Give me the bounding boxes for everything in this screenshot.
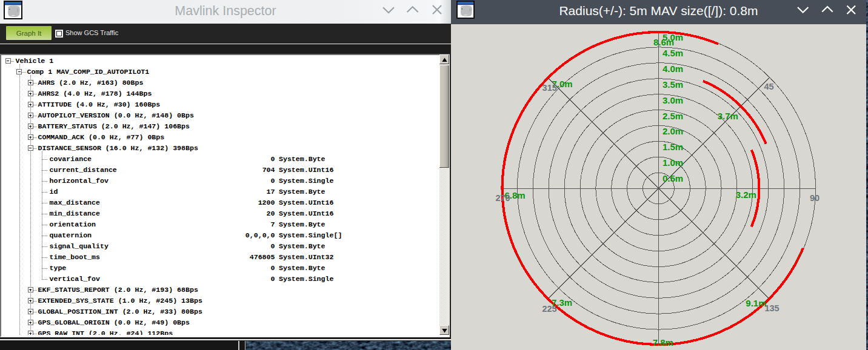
svg-text:135: 135 (764, 303, 779, 313)
svg-text:3.0m: 3.0m (663, 95, 683, 105)
svg-text:9.1m: 9.1m (746, 298, 766, 308)
svg-text:3.5m: 3.5m (663, 79, 683, 90)
svg-text:270: 270 (495, 193, 510, 203)
svg-text:3.2m: 3.2m (736, 190, 756, 200)
svg-text:7.8m: 7.8m (653, 337, 673, 348)
svg-text:3.7m: 3.7m (718, 111, 738, 121)
svg-text:2.0m: 2.0m (663, 126, 683, 136)
svg-text:1.0m: 1.0m (663, 157, 683, 168)
svg-text:4.5m: 4.5m (663, 48, 683, 58)
svg-text:45: 45 (764, 82, 773, 91)
svg-text:225: 225 (542, 304, 556, 314)
svg-text:0.5m: 0.5m (663, 173, 683, 183)
svg-text:1.5m: 1.5m (663, 142, 683, 152)
svg-text:4.0m: 4.0m (663, 64, 683, 74)
svg-text:8.6m: 8.6m (653, 37, 674, 47)
svg-text:315: 315 (542, 83, 557, 93)
svg-text:2.5m: 2.5m (663, 111, 683, 121)
svg-text:90: 90 (810, 193, 820, 203)
